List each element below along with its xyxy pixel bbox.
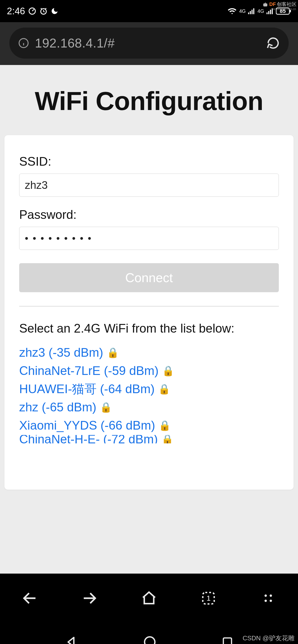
browser-nav: 1 [0,574,298,623]
status-time: 2:46 [7,6,25,16]
svg-rect-24 [223,638,231,644]
svg-point-23 [145,637,155,644]
svg-rect-2 [248,12,249,14]
watermark-df: DF [269,2,276,7]
nav-tabs-button[interactable]: 1 [194,584,223,613]
svg-rect-8 [270,10,271,14]
lock-icon: 🔒 [161,435,174,443]
ssid-label: SSID: [19,154,279,169]
wifi-item-label: zhz (-65 dBm) [19,398,96,416]
url-text[interactable]: 192.168.4.1/# [35,36,261,50]
wifi-item-label: Xiaomi_YYDS (-66 dBm) [19,417,155,434]
wifi-item[interactable]: Xiaomi_YYDS (-66 dBm) 🔒 [19,417,279,434]
alarm-icon [39,7,48,15]
svg-point-26 [264,4,265,5]
wifi-list: zhz3 (-35 dBm) 🔒 ChinaNet-7LrE (-59 dBm)… [19,344,279,443]
svg-rect-4 [252,10,253,14]
svg-point-27 [266,4,267,5]
wifi-item[interactable]: zhz3 (-35 dBm) 🔒 [19,344,279,361]
wifi-item-label: ChinaNet-7LrE (-59 dBm) [19,362,159,379]
wifi-item-label: zhz3 (-35 dBm) [19,344,103,361]
svg-marker-22 [68,637,74,644]
lock-icon: 🔒 [158,382,170,396]
wifi-item[interactable]: ChinaNet-H-E- (-72 dBm) 🔒 [19,435,279,443]
svg-point-18 [265,594,267,597]
wifi-item[interactable]: HUAWEI-猫哥 (-64 dBm) 🔒 [19,380,279,398]
net-4g-2: 4G [258,8,264,14]
speed-icon [28,7,36,15]
svg-rect-6 [267,12,268,14]
select-wifi-heading: Select an 2.4G WiFi from the list below: [19,320,279,337]
lock-icon: 🔒 [159,418,171,432]
tab-count: 1 [207,594,211,602]
watermark-bottom: CSDN @驴友花雕 [243,634,295,642]
password-label: Password: [19,208,279,222]
net-4g-1: 4G [239,8,246,14]
connect-button[interactable]: Connect [19,263,279,292]
sys-recent-button[interactable] [221,636,234,644]
nav-forward-button[interactable] [75,584,104,613]
moon-icon [51,7,58,15]
divider [19,306,279,306]
lock-icon: 🔒 [100,400,112,414]
nav-back-button[interactable] [15,584,44,613]
robot-icon [262,2,268,7]
wifi-item-label: ChinaNet-H-E- (-72 dBm) [19,435,158,443]
browser-top-chrome: 192.168.4.1/# [0,22,298,65]
password-input[interactable] [19,227,279,250]
svg-point-21 [270,600,272,602]
svg-rect-5 [253,8,254,14]
sys-home-button[interactable] [143,635,157,644]
lock-icon: 🔒 [162,364,174,378]
svg-rect-7 [268,11,269,14]
wifi-item-label: HUAWEI-猫哥 (-64 dBm) [19,380,155,398]
watermark-top: DF 创客社区 mc.dfrobot.com.cn [262,1,297,8]
page-body: WiFi Configuration SSID: Password: Conne… [0,65,298,574]
wifi-item[interactable]: zhz (-65 dBm) 🔒 [19,398,279,416]
svg-rect-3 [250,11,251,14]
svg-point-19 [270,594,272,597]
site-info-icon[interactable] [18,38,29,48]
status-left: 2:46 [7,6,58,16]
config-card: SSID: Password: Connect Select an 2.4G W… [4,135,294,490]
svg-point-20 [265,600,267,602]
wifi-icon [227,8,237,15]
watermark-sub: mc.dfrobot.com.cn [272,8,296,11]
url-bar[interactable]: 192.168.4.1/# [9,28,289,58]
svg-rect-25 [263,4,267,6]
watermark-cn: 创客社区 [277,1,297,8]
ssid-input[interactable] [19,174,279,197]
signal-icon-1 [248,8,255,14]
sys-back-button[interactable] [65,635,78,644]
reload-icon[interactable] [267,36,280,50]
nav-menu-button[interactable] [254,584,283,613]
status-bar: 2:46 4G 4G 85 [0,0,298,22]
lock-icon: 🔒 [107,346,119,360]
wifi-item[interactable]: ChinaNet-7LrE (-59 dBm) 🔒 [19,362,279,379]
nav-home-button[interactable] [134,584,164,613]
page-title: WiFi Configuration [0,65,298,135]
